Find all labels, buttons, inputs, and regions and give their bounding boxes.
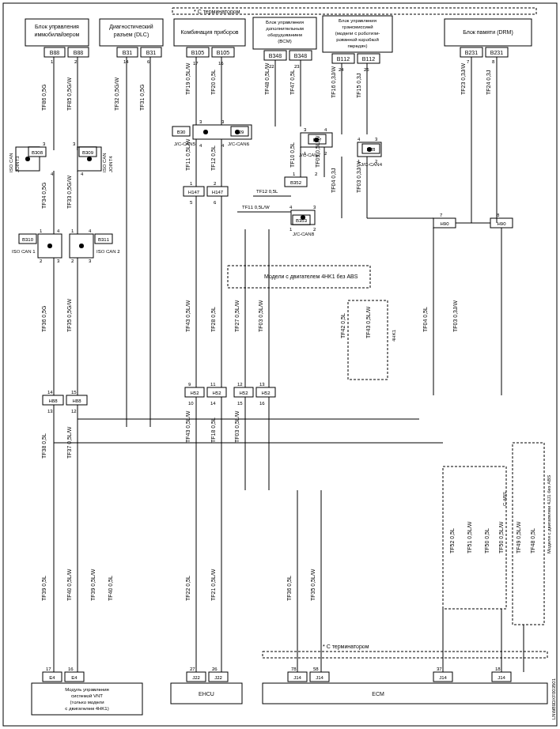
svg-text:18: 18: [495, 667, 501, 671]
svg-text:B88: B88: [74, 50, 84, 55]
svg-text:Модели с двигателем 4HK1 без A: Модели с двигателем 4HK1 без ABS: [264, 274, 358, 280]
svg-text:TF38 0,5L: TF38 0,5L: [41, 433, 47, 459]
svg-text:TF42 0,5L: TF42 0,5L: [340, 313, 346, 338]
svg-text:J/C-CAN8: J/C-CAN8: [293, 232, 315, 236]
svg-text:TF09 0,5L/W: TF09 0,5L/W: [315, 135, 320, 168]
svg-text:TF43 0,5L/W: TF43 0,5L/W: [365, 306, 371, 338]
svg-text:TF36 0,5L: TF36 0,5L: [286, 576, 292, 601]
svg-text:B112: B112: [362, 56, 375, 62]
svg-text:TF11 0,5L/W: TF11 0,5L/W: [242, 205, 270, 210]
svg-text:16: 16: [68, 667, 74, 671]
svg-text:B348: B348: [294, 53, 307, 59]
svg-text:оборудованием: оборудованием: [267, 32, 302, 37]
svg-text:JOINT3: JOINT3: [15, 156, 20, 172]
svg-text:дополнительным: дополнительным: [266, 26, 304, 31]
svg-text:Блок управления: Блок управления: [339, 18, 376, 23]
svg-text:TF04 0,5L: TF04 0,5L: [422, 307, 428, 332]
svg-text:TF50 0,5L/W: TF50 0,5L/W: [498, 521, 504, 553]
svg-text:TF12 0,5L: TF12 0,5L: [256, 189, 278, 194]
svg-text:26: 26: [212, 667, 218, 671]
svg-text:Комбинация приборов: Комбинация приборов: [180, 29, 238, 36]
svg-text:B31: B31: [123, 50, 133, 55]
svg-text:27: 27: [190, 667, 195, 671]
svg-text:TF03 0,5L/W: TF03 0,5L/W: [258, 300, 263, 332]
svg-text:с двигателем 4HK1): с двигателем 4HK1): [65, 706, 108, 711]
svg-text:37: 37: [437, 667, 442, 671]
svg-text:B310: B310: [22, 237, 34, 242]
svg-text:78: 78: [291, 667, 297, 671]
svg-text:TF39 0,5L/W: TF39 0,5L/W: [90, 568, 96, 601]
svg-text:TF39 0,5L: TF39 0,5L: [41, 576, 47, 601]
svg-text:J/C-CAN4: J/C-CAN4: [361, 162, 383, 167]
svg-text:TF85 0,5G/W: TF85 0,5G/W: [66, 77, 72, 111]
svg-text:14: 14: [47, 390, 53, 395]
module-ecm: ECM: [263, 683, 547, 704]
svg-text:TF03 0,5L/W: TF03 0,5L/W: [234, 410, 240, 443]
svg-text:TF20 0,5L: TF20 0,5L: [210, 70, 216, 95]
svg-text:С·ABS: С·ABS: [502, 492, 507, 506]
svg-text:B105: B105: [191, 50, 204, 55]
svg-text:Модели с двигателем 4JJ1 без A: Модели с двигателем 4JJ1 без ABS: [547, 475, 551, 553]
svg-text:TF11 0,5L/W: TF11 0,5L/W: [185, 138, 191, 171]
svg-text:рованной коробкой: рованной коробкой: [336, 37, 379, 42]
svg-text:ECM: ECM: [372, 691, 384, 697]
svg-text:J14: J14: [439, 675, 447, 680]
svg-text:B31: B31: [146, 50, 157, 55]
svg-text:J14: J14: [316, 675, 324, 680]
svg-point-91: [87, 157, 92, 161]
svg-text:TF23 0,3J/W: TF23 0,3J/W: [460, 63, 466, 95]
svg-text:H88: H88: [48, 398, 58, 403]
svg-text:TF49 0,5L/W: TF49 0,5L/W: [516, 521, 521, 553]
svg-text:B352: B352: [290, 180, 302, 185]
svg-text:B231: B231: [465, 50, 478, 55]
svg-text:10: 10: [188, 401, 194, 406]
svg-text:(BCM): (BCM): [278, 39, 291, 43]
svg-text:ISO CAN: ISO CAN: [9, 153, 13, 172]
svg-text:13: 13: [47, 409, 53, 414]
svg-text:B231: B231: [490, 50, 503, 55]
svg-text:TF51 0,5L/W: TF51 0,5L/W: [467, 521, 472, 553]
svg-text:4HK1: 4HK1: [392, 329, 396, 342]
svg-text:B311: B311: [98, 237, 110, 242]
svg-text:Модуль управления: Модуль управления: [65, 687, 109, 692]
svg-text:H90: H90: [440, 221, 449, 226]
svg-text:TF52 0,5L: TF52 0,5L: [449, 528, 455, 553]
svg-text:ISO CAN: ISO CAN: [102, 153, 107, 172]
svg-text:TF03 0,3J/W: TF03 0,3J/W: [356, 161, 361, 193]
svg-text:J22: J22: [214, 675, 222, 680]
svg-text:TF32 0,5G/W: TF32 0,5G/W: [114, 77, 119, 111]
svg-text:TF24 0,3J: TF24 0,3J: [486, 70, 491, 95]
svg-text:H90: H90: [497, 221, 506, 226]
svg-text:J14: J14: [293, 675, 301, 680]
jc-can8: B353 J/C-CAN8: [291, 210, 315, 236]
svg-text:16: 16: [259, 401, 265, 406]
svg-rect-319: [263, 683, 547, 704]
svg-text:TF15 0,3J: TF15 0,3J: [356, 73, 361, 98]
svg-text:TF40 0,5L/W: TF40 0,5L/W: [66, 568, 72, 601]
svg-text:E4: E4: [49, 675, 55, 680]
svg-text:J/C-CAN6: J/C-CAN6: [228, 142, 250, 146]
svg-text:TF48 0,5L: TF48 0,5L: [530, 528, 535, 553]
svg-text:TF19 0,5L/W: TF19 0,5L/W: [185, 62, 191, 95]
svg-text:JOINT4: JOINT4: [108, 156, 113, 172]
svg-text:B88: B88: [50, 50, 60, 55]
svg-point-127: [203, 130, 208, 134]
svg-text:TF48 0,5L/W: TF48 0,5L/W: [264, 62, 270, 95]
svg-point-110: [79, 244, 84, 248]
svg-text:TF03 0,3J/W: TF03 0,3J/W: [452, 300, 458, 332]
title-top: С терминатором: [198, 9, 240, 15]
svg-text:Блок управления: Блок управления: [35, 24, 79, 30]
module-ehcu: EHCU: [171, 683, 242, 704]
svg-text:TF22 0,5L: TF22 0,5L: [185, 576, 191, 601]
svg-text:B308: B308: [32, 150, 44, 155]
svg-text:12: 12: [237, 382, 243, 387]
svg-text:TF18 0,5L: TF18 0,5L: [210, 417, 216, 443]
svg-text:*  С терминатором: * С терминатором: [323, 644, 369, 650]
svg-text:TF43 0,5L/W: TF43 0,5L/W: [185, 410, 191, 443]
svg-point-176: [301, 215, 305, 220]
svg-text:TF50 0,5L: TF50 0,5L: [484, 528, 490, 553]
svg-text:H88: H88: [72, 398, 81, 403]
svg-text:TF12 0,5L: TF12 0,5L: [210, 145, 216, 171]
svg-text:трансмиссией: трансмиссией: [342, 25, 373, 29]
svg-text:B112: B112: [337, 56, 350, 62]
